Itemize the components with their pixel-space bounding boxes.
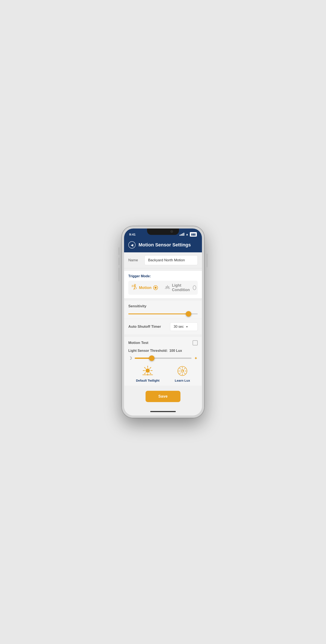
svg-line-8: [150, 367, 151, 368]
default-twilight-label: Default Twilight: [136, 379, 160, 382]
sensitivity-section: Sensitivity: [124, 301, 202, 318]
name-row: Name: [124, 252, 202, 268]
trigger-mode-section: Trigger Mode:: [124, 271, 202, 298]
learn-lux-icon: [176, 365, 188, 377]
auto-shutoff-value: 30 sec: [174, 325, 184, 328]
learn-lux-button[interactable]: Learn Lux: [175, 365, 190, 382]
svg-line-16: [180, 368, 181, 369]
motion-label: Motion: [139, 286, 152, 290]
motion-option[interactable]: Motion: [132, 284, 158, 291]
light-condition-radio[interactable]: [193, 285, 196, 290]
sensitivity-slider[interactable]: [128, 314, 198, 314]
svg-line-19: [180, 373, 181, 374]
content-area: Name Trigger Mode:: [124, 252, 202, 416]
back-arrow-icon: ◀: [131, 243, 133, 247]
light-condition-icon: [165, 285, 170, 290]
svg-line-6: [144, 367, 146, 368]
page-title: Motion Sensor Settings: [139, 242, 191, 248]
svg-line-9: [144, 373, 146, 374]
svg-point-0: [134, 284, 136, 286]
phone-screen: 9:41 ▲ ▮▮▮ ◀ Motion Sensor Settings: [124, 228, 202, 416]
motion-radio[interactable]: [153, 285, 158, 290]
lux-slider-row: ☽ ✦: [128, 356, 198, 361]
lux-slider[interactable]: [135, 358, 192, 359]
wifi-icon: ▲: [186, 232, 189, 236]
moon-icon: ☽: [128, 356, 132, 361]
learn-lux-label: Learn Lux: [175, 379, 190, 382]
app-header: ◀ Motion Sensor Settings: [124, 239, 202, 252]
light-sensor-section: Motion Test Light Sensor Threshold: 100 …: [124, 337, 202, 386]
default-twilight-button[interactable]: Default Twilight: [136, 365, 160, 382]
save-button[interactable]: Save: [146, 391, 180, 402]
status-icons: ▲ ▮▮▮: [180, 232, 197, 236]
camera: [170, 230, 173, 233]
signal-bar-3: [182, 234, 183, 236]
lux-row: Light Sensor Threshold: 100 Lux: [128, 349, 198, 353]
light-condition-option[interactable]: Light Condition: [165, 283, 196, 292]
home-bar: [150, 411, 176, 412]
home-indicator-area: [124, 409, 202, 416]
sun-icon: ✦: [194, 356, 198, 361]
trigger-mode-title: Trigger Mode:: [128, 274, 198, 278]
motion-test-label: Motion Test: [128, 341, 148, 345]
phone-frame: 9:41 ▲ ▮▮▮ ◀ Motion Sensor Settings: [121, 226, 205, 418]
svg-point-1: [146, 368, 150, 373]
signal-bar-2: [181, 234, 182, 236]
notch: [147, 228, 179, 235]
volume-buttons: [118, 247, 119, 281]
volume-up-button: [118, 247, 119, 255]
trigger-options: Motion Ligh: [128, 281, 198, 295]
name-label: Name: [128, 258, 141, 262]
power-button: [207, 254, 208, 267]
motion-person-icon: [132, 284, 137, 291]
sensitivity-title: Sensitivity: [128, 304, 198, 308]
battery-icon: ▮▮▮: [190, 232, 197, 236]
signal-bar-4: [183, 233, 184, 236]
lux-threshold-label: Light Sensor Threshold:: [128, 349, 168, 353]
lux-value: 100 Lux: [169, 349, 182, 353]
twilight-icon: [142, 365, 154, 377]
motion-test-row: Motion Test: [128, 340, 198, 346]
time-display: 9:41: [129, 232, 136, 236]
back-button[interactable]: ◀: [128, 241, 136, 248]
motion-test-checkbox[interactable]: [193, 340, 198, 346]
power-btn-shape: [207, 254, 208, 267]
light-condition-label: Light Condition: [172, 283, 191, 292]
volume-down-button: [118, 258, 119, 265]
signal-icon: [180, 233, 184, 236]
save-container: Save: [124, 386, 202, 409]
signal-bar-1: [180, 235, 180, 236]
auto-shutoff-label: Auto Shutoff Timer: [128, 324, 161, 329]
svg-line-7: [150, 373, 151, 374]
auto-shutoff-section: Auto Shutoff Timer 30 sec ▾: [124, 319, 202, 334]
auto-shutoff-dropdown[interactable]: 30 sec ▾: [170, 322, 198, 331]
mute-button: [118, 268, 119, 281]
svg-line-18: [184, 368, 185, 369]
name-input[interactable]: [144, 255, 198, 265]
svg-line-17: [184, 373, 185, 374]
action-buttons: Default Twilight: [128, 365, 198, 382]
motion-radio-inner: [154, 287, 157, 289]
chevron-down-icon: ▾: [186, 325, 188, 328]
